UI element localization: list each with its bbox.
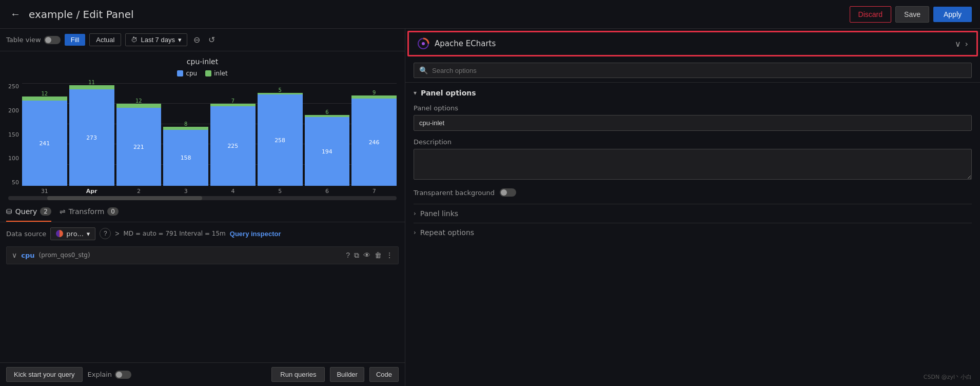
clock-icon: ⏱ <box>131 36 138 44</box>
back-button[interactable]: ← <box>8 6 23 22</box>
bar-blue-value: 225 <box>227 143 238 149</box>
time-range-label: Last 7 days <box>141 36 175 44</box>
bar-group: 8158 <box>163 83 208 186</box>
bars-row: 12241112731222181587225525861949246 <box>22 83 397 186</box>
chart-title: cpu-inlet <box>8 57 397 66</box>
legend-cpu-dot <box>177 70 183 76</box>
transform-tab-icon: ⇌ <box>60 207 66 216</box>
title-field-group: Panel options <box>414 104 972 131</box>
bar-blue: 221 <box>116 108 162 186</box>
bar-blue-value: 258 <box>275 137 285 144</box>
x-label: 2 <box>116 188 162 194</box>
title-input[interactable] <box>414 115 972 131</box>
left-panel: Table view Fill Actual ⏱ Last 7 days ▾ ⊖… <box>0 29 405 386</box>
expand-arrow[interactable]: > <box>115 229 119 238</box>
bar-green <box>69 85 114 89</box>
main-layout: Table view Fill Actual ⏱ Last 7 days ▾ ⊖… <box>0 29 980 386</box>
bar-blue: 194 <box>305 117 350 186</box>
bar-blue: 241 <box>22 101 67 186</box>
bar-group: 12241 <box>22 83 67 186</box>
explain-toggle[interactable] <box>115 371 131 379</box>
fill-button[interactable]: Fill <box>65 34 86 46</box>
query-tab-badge: 2 <box>40 207 51 216</box>
query-tab-label: Query <box>15 207 37 216</box>
tab-query[interactable]: ⛁ Query 2 <box>6 202 51 222</box>
bar-green-label: 6 <box>325 109 328 115</box>
bar-green-label: 5 <box>278 87 281 93</box>
chart-toolbar: Table view Fill Actual ⏱ Last 7 days ▾ ⊖… <box>0 29 405 51</box>
description-field-group: Description <box>414 138 972 181</box>
bar-blue-value: 221 <box>133 144 144 150</box>
kick-start-button[interactable]: Kick start your query <box>6 367 83 382</box>
query-more-button[interactable]: ⋮ <box>386 251 393 260</box>
table-view-label: Table view <box>6 36 41 44</box>
header-left: ← example / Edit Panel <box>8 6 134 22</box>
transparent-bg-toggle[interactable] <box>500 188 516 197</box>
query-visibility-button[interactable]: 👁 <box>363 251 370 260</box>
chart-scrollbar[interactable] <box>8 196 397 200</box>
panel-options-chevron: ▾ <box>414 89 417 96</box>
explain-label: Explain <box>88 371 112 378</box>
apply-button[interactable]: Apply <box>933 7 972 22</box>
page-title: example / Edit Panel <box>29 8 134 21</box>
bar-group: 7225 <box>210 83 256 186</box>
code-button[interactable]: Code <box>369 367 399 382</box>
zoom-out-button[interactable]: ⊖ <box>191 33 202 47</box>
x-label: 5 <box>258 188 303 194</box>
query-info: MD = auto = 791 Interval = 15m <box>124 230 226 237</box>
bar-blue-value: 246 <box>369 139 380 146</box>
panel-links-chevron: › <box>414 210 416 217</box>
legend-inlet: inlet <box>205 70 227 77</box>
datasource-row: Data source pro... ▾ ? > MD = auto = 791… <box>6 227 399 240</box>
visualization-header: Apache ECharts ∨ › <box>407 31 978 56</box>
table-view-switch[interactable] <box>44 36 61 44</box>
repeat-options-label: Repeat options <box>420 228 474 237</box>
repeat-options-row[interactable]: › Repeat options <box>414 223 972 242</box>
svg-point-1 <box>422 42 425 45</box>
help-button[interactable]: ? <box>100 228 111 239</box>
datasource-icon <box>56 230 63 237</box>
actual-button[interactable]: Actual <box>89 33 121 46</box>
table-view-toggle: Table view <box>6 36 61 44</box>
refresh-button[interactable]: ↺ <box>206 33 217 47</box>
header-right: Discard Save Apply <box>850 6 972 23</box>
builder-button[interactable]: Builder <box>330 367 364 382</box>
query-expand-icon[interactable]: ∨ <box>12 251 17 259</box>
transparent-bg-label: Transparent background <box>414 189 495 197</box>
save-button[interactable]: Save <box>895 6 929 23</box>
x-label: Apr <box>69 188 114 194</box>
run-queries-button[interactable]: Run queries <box>271 367 325 382</box>
scrollbar-thumb[interactable] <box>47 196 203 200</box>
search-icon: 🔍 <box>419 66 428 74</box>
top-header: ← example / Edit Panel Discard Save Appl… <box>0 0 980 29</box>
description-textarea[interactable] <box>414 149 972 180</box>
query-copy-button[interactable]: ⧉ <box>354 251 359 260</box>
query-delete-button[interactable]: 🗑 <box>375 251 382 260</box>
viz-chevron-icon[interactable]: ∨ <box>955 39 961 49</box>
panel-links-row[interactable]: › Panel links <box>414 204 972 223</box>
bar-group: 11273 <box>69 83 114 186</box>
panel-options-title: Panel options <box>421 89 476 97</box>
watermark: CSDN @zyl丶小白 <box>924 373 972 381</box>
panel-options-header[interactable]: ▾ Panel options <box>414 89 972 97</box>
bottom-actions: Kick start your query Explain Run querie… <box>0 362 405 386</box>
legend-inlet-dot <box>205 70 211 76</box>
tab-transform[interactable]: ⇌ Transform 0 <box>60 202 119 222</box>
bar-green <box>116 104 162 108</box>
query-help-button[interactable]: ? <box>346 251 350 260</box>
bar-blue: 225 <box>210 106 256 186</box>
discard-button[interactable]: Discard <box>850 6 891 23</box>
search-input[interactable] <box>432 67 966 74</box>
viz-next-icon[interactable]: › <box>965 39 968 49</box>
chart-legend: cpu inlet <box>8 70 397 77</box>
x-label: 31 <box>22 188 67 194</box>
right-panel: Apache ECharts ∨ › 🔍 ▾ Panel options Pan… <box>405 29 980 386</box>
bar-green <box>22 96 67 101</box>
datasource-select[interactable]: pro... ▾ <box>50 227 95 240</box>
bar-green-label: 7 <box>231 98 234 104</box>
panel-links-label: Panel links <box>420 209 458 218</box>
query-inspector-button[interactable]: Query inspector <box>230 230 281 238</box>
time-range-button[interactable]: ⏱ Last 7 days ▾ <box>125 33 187 46</box>
viz-title: Apache ECharts <box>435 39 955 48</box>
description-field-label: Description <box>414 138 972 146</box>
